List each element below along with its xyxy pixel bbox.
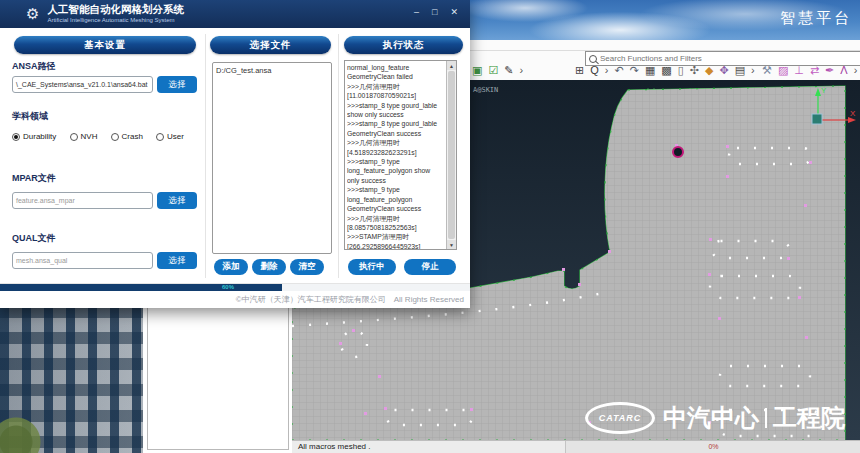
add-file-button[interactable]: 添加 — [214, 259, 248, 275]
remove-file-button[interactable]: 删除 — [252, 259, 286, 275]
log-line: >>>stamp_8 type gourd_lable — [347, 101, 444, 110]
log-line: [4.518923282623291s] — [347, 148, 444, 157]
prism-icon[interactable]: ▣ — [472, 64, 482, 77]
column-divider — [205, 34, 206, 278]
screen: 智慧平台 ▣☑✎› ⊞Q›↶↷▦▩▯✣◆✥▤› ⚒▨⊥⇄✒Λ› — [0, 0, 860, 453]
mpar-input[interactable]: feature.ansa_mpar — [12, 192, 153, 209]
axis-x-label: X — [850, 109, 856, 118]
copyright-text: ©中汽研（天津）汽车工程研究院有限公司 All Rights Reserved — [0, 291, 470, 308]
log-line: GeometryClean failed — [347, 72, 444, 81]
scroll-up-icon[interactable]: ▲ — [447, 61, 456, 70]
ansa-path-browse-button[interactable]: 选择 — [157, 76, 197, 93]
log-line: GeometryClean success — [347, 129, 444, 138]
log-scrollbar[interactable]: ▲ ▼ — [446, 61, 456, 249]
search-icon — [589, 55, 597, 63]
toolbar-group-left: ▣☑✎› — [472, 64, 523, 77]
chevron-more-icon[interactable]: › — [520, 64, 524, 77]
log-line: [266.29258966445923s] — [347, 242, 444, 249]
file-list-item[interactable]: D:/CG_test.ansa — [216, 66, 328, 75]
hotpoint-marker — [673, 147, 683, 157]
chevron-more-icon[interactable]: › — [751, 64, 755, 77]
zoom-window-icon[interactable]: ⊞ — [575, 64, 584, 77]
mesh-shade-icon[interactable]: ▩ — [661, 64, 671, 77]
dialog-subtitle: Artificial Intelligence Automatic Meshin… — [47, 17, 184, 24]
radio-label: Crash — [122, 132, 143, 141]
status-bar: All macros meshed . 0% — [292, 440, 860, 453]
radio-nvh[interactable]: NVH — [70, 132, 98, 141]
zoom-icon[interactable]: Q — [590, 64, 599, 77]
log-line: [11.00187087059021s] — [347, 91, 444, 100]
radio-dot — [111, 133, 119, 141]
watermark-division: 工程院 — [773, 402, 845, 434]
watermark-name: 中汽中心 — [663, 402, 759, 434]
delete-icon[interactable]: ▯ — [678, 64, 684, 77]
log-line: [8.085750818252563s] — [347, 223, 444, 232]
toolbar-group-middle: ⊞Q›↶↷▦▩▯✣◆✥▤› — [575, 64, 755, 77]
qual-input[interactable]: mesh.ansa_qual — [12, 252, 153, 269]
maximize-button[interactable]: □ — [432, 7, 437, 17]
radio-dot — [70, 133, 78, 141]
ansa-path-label: ANSA路径 — [12, 60, 56, 73]
close-button[interactable]: ✕ — [450, 7, 458, 17]
domain-radio-group: Durability NVH Crash User — [12, 132, 184, 141]
log-line: >>>stamp_9 type — [347, 185, 444, 194]
axis-y-label: Y — [821, 86, 827, 95]
file-list[interactable]: D:/CG_test.ansa — [212, 62, 332, 254]
swap-arrows-icon[interactable]: ⇄ — [810, 64, 819, 77]
wrench-icon[interactable]: ⚒ — [762, 64, 772, 77]
chevron-more-icon[interactable]: › — [605, 64, 609, 77]
sketch-pencil-icon[interactable]: ✎ — [504, 64, 513, 77]
chevron-more-icon[interactable]: › — [854, 64, 858, 77]
curve-icon[interactable]: Λ — [840, 64, 847, 77]
redo-icon[interactable]: ↷ — [630, 64, 639, 77]
dialog-title: 人工智能自动化网格划分系统 — [47, 4, 184, 16]
app-gear-icon: ⚙ — [26, 5, 39, 23]
mesh-grid-icon[interactable]: ▦ — [645, 64, 655, 77]
section-header-status: 执行状态 — [344, 36, 463, 54]
scroll-thumb[interactable] — [448, 71, 455, 239]
notify-icon[interactable]: ◆ — [705, 64, 713, 77]
log-line: only success — [347, 176, 444, 185]
run-button[interactable]: 执行中 — [348, 259, 396, 275]
watermark: CATARC 中汽中心 工程院 — [585, 399, 857, 437]
execution-log: normal_long_featureGeometryClean failed>… — [344, 60, 457, 250]
radio-user[interactable]: User — [156, 132, 184, 141]
log-line: show only success — [347, 110, 444, 119]
pin-icon[interactable]: ⊥ — [794, 64, 804, 77]
log-line: >>>几何清理用时 — [347, 82, 444, 91]
scroll-down-icon[interactable]: ▼ — [447, 240, 456, 249]
catarc-logo: CATARC — [585, 402, 655, 434]
log-line: >>>几何清理用时 — [347, 138, 444, 147]
radio-dot — [12, 133, 20, 141]
edit-plan-icon[interactable]: ▨ — [778, 64, 788, 77]
ansa-toolbar: ▣☑✎› ⊞Q›↶↷▦▩▯✣◆✥▤› ⚒▨⊥⇄✒Λ› — [470, 40, 860, 81]
qual-label: QUAL文件 — [12, 232, 56, 245]
status-message: All macros meshed . — [298, 442, 370, 451]
mpar-label: MPAR文件 — [12, 172, 56, 185]
radio-dot — [156, 133, 164, 141]
qual-browse-button[interactable]: 选择 — [157, 252, 197, 269]
search-input[interactable] — [600, 54, 857, 63]
log-line: long_feature_polygon — [347, 195, 444, 204]
log-line: >>>stamp_8 type gourd_lable — [347, 119, 444, 128]
validate-check-icon[interactable]: ☑ — [488, 64, 498, 77]
stop-button[interactable]: 停止 — [404, 259, 456, 275]
progress-fill — [0, 284, 282, 291]
section-header-basic: 基本设置 — [14, 36, 196, 54]
building-photo — [0, 306, 143, 453]
dialog-titlebar[interactable]: ⚙ 人工智能自动化网格划分系统 Artificial Intelligence … — [0, 0, 470, 28]
radio-durability[interactable]: Durability — [12, 132, 56, 141]
radio-crash[interactable]: Crash — [111, 132, 143, 141]
pen-icon[interactable]: ✒ — [825, 64, 834, 77]
list-icon[interactable]: ▤ — [735, 64, 745, 77]
move-icon[interactable]: ✥ — [719, 64, 728, 77]
log-line: GeometryClean success — [347, 204, 444, 213]
clear-files-button[interactable]: 清空 — [290, 259, 324, 275]
mpar-browse-button[interactable]: 选择 — [157, 192, 197, 209]
undo-icon[interactable]: ↶ — [614, 64, 623, 77]
orient-icon[interactable]: ✣ — [690, 64, 699, 77]
section-header-files: 选择文件 — [210, 36, 331, 54]
ansa-path-input[interactable]: \_CAE_Systems\ansa_v21.0.1\ansa64.bat — [12, 76, 153, 93]
minimize-button[interactable]: – — [414, 7, 419, 17]
progress-label: 60% — [222, 284, 234, 291]
